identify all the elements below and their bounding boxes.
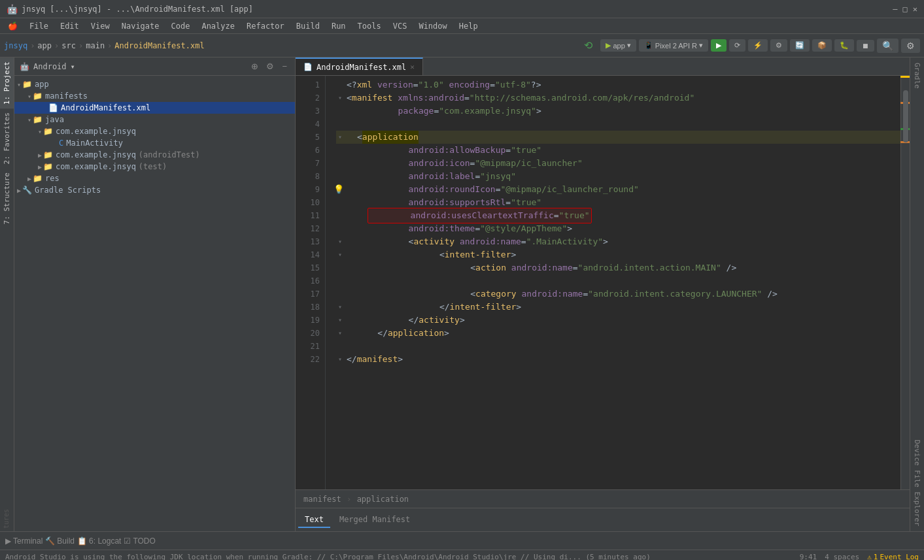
pkg-test-tag: (test) — [139, 162, 167, 171]
toolbar-extra-5[interactable]: 📦 — [812, 39, 832, 52]
toolbar-extra-1[interactable]: ⟳ — [729, 39, 745, 52]
breadcrumb-project[interactable]: jnsyq — [4, 41, 27, 50]
tures-tab[interactable]: tures — [0, 506, 14, 531]
run-config-button[interactable]: ▶ app ▾ — [600, 39, 636, 52]
menu-window[interactable]: Window — [413, 20, 452, 32]
code-line-8: android:label="jnsyq" — [336, 170, 900, 183]
tree-mainactivity[interactable]: C MainActivity — [14, 137, 295, 149]
sep2: › — [54, 41, 59, 50]
fold-15 — [336, 261, 344, 274]
settings-button[interactable]: ⚙ — [901, 39, 920, 53]
tree-app[interactable]: ▾ 📁 app — [14, 78, 295, 90]
tab-text[interactable]: Text — [298, 512, 330, 528]
gear-button[interactable]: ⚙ — [264, 60, 277, 73]
toolbar-extra-6[interactable]: 🐛 — [834, 39, 854, 52]
breadcrumb-main[interactable]: main — [86, 41, 105, 50]
tree-res[interactable]: ▶ 📁 res — [14, 173, 295, 184]
fold-19[interactable]: ▾ — [336, 314, 344, 327]
status-warning[interactable]: ⚠ 1 Event Log — [867, 553, 919, 560]
hide-button[interactable]: − — [279, 60, 290, 73]
fold-13[interactable]: ▾ — [336, 235, 344, 248]
tab-merged-manifest[interactable]: Merged Manifest — [333, 512, 417, 528]
code-line-20: ▾ </application> — [336, 327, 900, 340]
code-line-10: android:supportsRtl="true" — [336, 196, 900, 209]
add-button[interactable]: ⊕ — [248, 60, 261, 73]
tree-manifests[interactable]: ▾ 📁 manifests — [14, 90, 295, 102]
run-config-chevron: ▾ — [627, 41, 631, 50]
breadcrumb-file[interactable]: AndroidManifest.xml — [114, 41, 204, 50]
fold-2[interactable]: ▾ — [336, 91, 344, 105]
menu-tools[interactable]: Tools — [352, 20, 386, 32]
tree-gradle[interactable]: ▶ 🔧 Gradle Scripts — [14, 184, 295, 196]
tree-androidmanifest[interactable]: 📄 AndroidManifest.xml — [14, 102, 295, 114]
tree-pkg-test[interactable]: ▶ 📁 com.example.jnsyq (test) — [14, 161, 295, 173]
build-label: Build — [57, 536, 75, 546]
status-position[interactable]: 9:41 — [800, 553, 817, 560]
tree-java[interactable]: ▾ 📁 java — [14, 114, 295, 125]
res-folder-icon: 📁 — [33, 174, 43, 183]
menu-edit[interactable]: Edit — [55, 20, 84, 32]
fold-8 — [336, 170, 344, 183]
fold-20[interactable]: ▾ — [336, 327, 344, 340]
fold-14[interactable]: ▾ — [336, 248, 344, 261]
gradle-tab[interactable]: Gradle — [910, 58, 924, 94]
menu-analyze[interactable]: Analyze — [196, 20, 240, 32]
code-editor[interactable]: 12345 678910 1112131415 1617181920 2122 … — [296, 76, 910, 489]
fold-5[interactable]: ▾ — [336, 131, 344, 144]
run-button[interactable]: ▶ — [711, 39, 727, 52]
warning-count: 1 — [874, 553, 878, 560]
code-line-17: <category android:name="android.intent.c… — [336, 288, 900, 301]
panel-title-chevron[interactable]: ▾ — [71, 62, 75, 71]
logcat-label: 6: Logcat — [89, 536, 121, 546]
menu-view[interactable]: View — [86, 20, 115, 32]
minimize-button[interactable]: — — [893, 5, 897, 14]
toolbar-extra-2[interactable]: ⚡ — [748, 39, 768, 52]
menu-vcs[interactable]: VCS — [388, 20, 413, 32]
fold-18[interactable]: ▾ — [336, 301, 344, 314]
todo-button[interactable]: ☑ TODO — [124, 536, 155, 546]
menu-apple[interactable]: 🍎 — [3, 20, 23, 32]
terminal-label: Terminal — [13, 536, 43, 546]
breadcrumb-src[interactable]: src — [61, 41, 76, 50]
breadcrumb-module[interactable]: app — [37, 41, 52, 50]
tree-pkg-main[interactable]: ▾ 📁 com.example.jnsyq — [14, 125, 295, 137]
menu-navigate[interactable]: Navigate — [116, 20, 165, 32]
maximize-button[interactable]: □ — [903, 5, 908, 14]
build-button[interactable]: 🔨 Build — [45, 536, 75, 546]
project-tab[interactable]: 1: Project — [0, 58, 14, 108]
tree-pkg-androidtest[interactable]: ▶ 📁 com.example.jnsyq (androidTest) — [14, 149, 295, 161]
favorites-tab[interactable]: 2: Favorites — [0, 108, 14, 168]
status-indent[interactable]: 4 spaces — [825, 553, 859, 560]
menu-refactor[interactable]: Refactor — [241, 20, 290, 32]
sync-button[interactable]: ⟲ — [579, 37, 598, 54]
editor-scrollbar[interactable] — [900, 76, 910, 489]
editor-tabs: 📄 AndroidManifest.xml ✕ — [296, 58, 910, 76]
logcat-button[interactable]: 📋 6: Logcat — [77, 536, 121, 546]
menu-file[interactable]: File — [24, 20, 54, 32]
menu-code[interactable]: Code — [166, 20, 196, 32]
menu-run[interactable]: Run — [326, 20, 351, 32]
todo-icon: ☑ — [124, 536, 131, 546]
tab-close-button[interactable]: ✕ — [410, 63, 415, 71]
lightbulb-icon[interactable]: 💡 — [334, 183, 344, 196]
toolbar-extra-4[interactable]: 🔄 — [790, 39, 810, 52]
search-everywhere-button[interactable]: 🔍 — [877, 39, 898, 53]
device-button[interactable]: 📱 Pixel 2 API R ▾ — [639, 39, 708, 52]
structure-tab[interactable]: 7: Structure — [0, 169, 14, 228]
device-file-explorer-tab[interactable]: Device File Explorer — [910, 435, 924, 531]
fold-1[interactable] — [336, 78, 344, 91]
menu-build[interactable]: Build — [291, 20, 325, 32]
code-content[interactable]: <?xml version="1.0" encoding="utf-8"?> ▾… — [326, 76, 900, 489]
terminal-button[interactable]: ▶ Terminal — [5, 536, 43, 546]
code-line-18: ▾ </intent-filter> — [336, 301, 900, 314]
toolbar-extra-7[interactable]: ⏹ — [857, 40, 874, 52]
tab-androidmanifest[interactable]: 📄 AndroidManifest.xml ✕ — [296, 58, 423, 75]
editor-bottom-tabs: Text Merged Manifest — [296, 508, 910, 531]
menu-help[interactable]: Help — [454, 20, 483, 32]
breadcrumb-manifest[interactable]: manifest — [303, 495, 341, 504]
close-button[interactable]: ✕ — [913, 5, 917, 14]
toolbar-extra-3[interactable]: ⚙ — [770, 39, 787, 52]
fold-22[interactable]: ▾ — [336, 353, 344, 366]
breadcrumb-application[interactable]: application — [357, 495, 409, 504]
scrollbar-thumb[interactable] — [903, 90, 908, 142]
